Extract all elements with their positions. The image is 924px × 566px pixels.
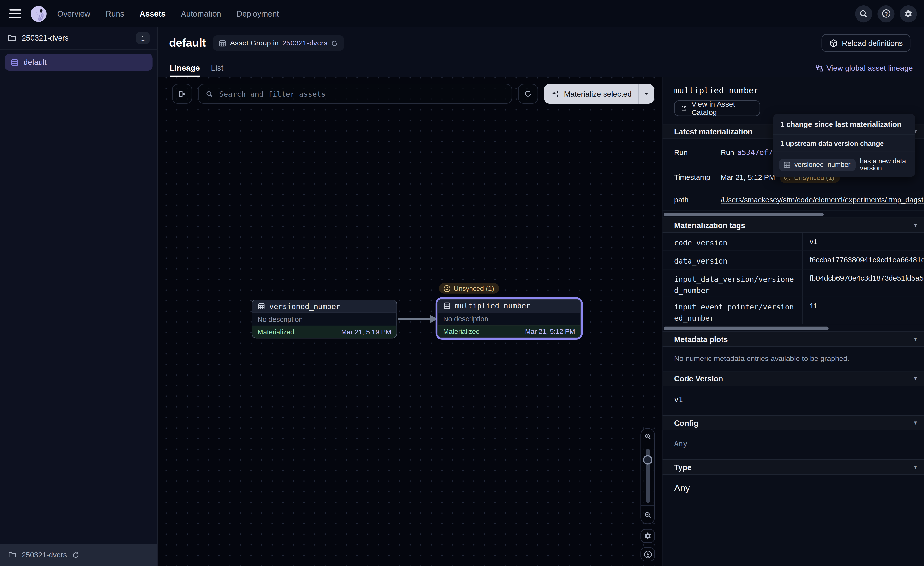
asset-node-description: No description [438,312,580,325]
table-icon [443,302,451,310]
sidebar-item-label: default [24,58,46,66]
tag-value: f6ccba1776380941e9cd1ea66481d [802,251,924,269]
sidebar-group-name: 250321-dvers [22,33,69,42]
nav-item-assets[interactable]: Assets [140,9,166,18]
primary-nav: Overview Runs Assets Automation Deployme… [57,9,279,18]
asset-group-icon [219,39,226,47]
download-graph-button[interactable] [640,547,654,561]
changes-popover: 1 change since last materialization 1 up… [773,114,915,177]
unsynced-badge[interactable]: Unsynced (1) [439,283,500,294]
chevron-down-icon[interactable]: ▼ [913,376,918,381]
zoom-slider-knob[interactable] [643,455,652,465]
section-materialization-tags: Materialization tags ▼ [662,218,924,233]
chevron-down-icon[interactable]: ▼ [913,420,918,426]
zoom-in-button[interactable] [641,429,654,445]
asset-node-name: multiplied_number [455,301,531,310]
tag-row: input_event_pointer/versioned_number 11 [662,297,924,324]
graph-settings-button[interactable] [640,529,654,543]
section-config: Config ▼ [662,415,924,431]
code-version-value: v1 [674,395,912,404]
run-id-link[interactable]: a5347ef7 [737,148,772,157]
page-header: default Asset Group in 250321-dvers Relo… [158,27,924,59]
zoom-control [640,428,654,524]
view-global-asset-lineage-link[interactable]: View global asset lineage [815,59,913,77]
materialize-dropdown-caret[interactable] [639,90,654,97]
tag-key: input_event_pointer/versioned_number [662,297,802,324]
asset-group-icon [10,58,19,66]
run-prefix: Run [721,148,734,157]
hamburger-menu-icon[interactable] [9,9,21,18]
row-label: Timestamp [662,166,715,188]
tag-row: data_version f6ccba1776380941e9cd1ea6648… [662,251,924,269]
horizontal-scrollbar[interactable] [663,327,829,330]
reload-icon[interactable] [331,39,339,47]
table-icon [258,303,266,310]
sidebar-footer[interactable]: 250321-dvers [0,543,158,566]
nav-item-automation[interactable]: Automation [181,9,221,18]
lineage-edge-arrow [397,312,438,325]
search-button[interactable] [855,5,872,22]
nav-item-runs[interactable]: Runs [106,9,124,18]
lineage-graph-canvas[interactable]: Materialize selected Unsynced (1) [158,77,662,566]
tag-key: code_version [662,233,802,251]
badge-group-link[interactable]: 250321-dvers [282,39,327,47]
tag-key: input_data_version/versioned_number [662,269,802,297]
zoom-out-button[interactable] [641,506,654,524]
asset-search-input[interactable] [218,89,504,99]
nav-actions [855,5,917,22]
chevron-down-icon[interactable]: ▼ [913,336,918,342]
graph-toolbar: Materialize selected [172,84,654,104]
settings-button[interactable] [900,5,917,22]
help-button[interactable] [878,5,894,22]
materialize-label: Materialize selected [564,89,632,98]
tab-lineage[interactable]: Lineage [170,59,200,77]
section-metadata-plots: Metadata plots ▼ [662,331,924,347]
horizontal-scrollbar[interactable] [663,213,824,217]
timestamp-value: Mar 21, 5:12 PM [721,173,775,182]
expand-panel-button[interactable] [172,84,192,104]
zoom-slider[interactable] [641,444,654,506]
folder-icon [8,551,16,559]
external-link-icon [681,104,687,112]
dagster-logo[interactable] [29,5,48,23]
tag-value: fb04dcb6970e4c3d1873de51fd5a5 [802,269,924,297]
popover-subtitle: 1 upstream data version change [773,135,915,152]
asset-node-status: Materialized [258,328,294,336]
nav-item-overview[interactable]: Overview [57,9,90,18]
asset-node-versioned-number[interactable]: versioned_number No description Material… [252,300,397,339]
asset-group-badge: Asset Group in 250321-dvers [213,35,345,51]
sidebar-item-default[interactable]: default [4,54,153,71]
asset-node-timestamp: Mar 21, 5:12 PM [525,328,575,335]
popover-change-text: has a new data version [860,157,909,172]
tag-value: 11 [802,297,924,324]
asset-groups-sidebar: 250321-dvers 1 default 250321-dvers [0,27,158,566]
asset-node-multiplied-number[interactable]: multiplied_number No description Materia… [437,299,581,338]
top-nav: Overview Runs Assets Automation Deployme… [0,0,924,27]
chevron-down-icon[interactable]: ▼ [913,222,918,228]
global-lineage-label: View global asset lineage [826,63,913,72]
latest-path-row: path /Users/smackesey/stm/code/elementl/… [662,189,924,210]
nav-item-deployment[interactable]: Deployment [237,9,279,18]
lineage-icon [815,64,823,72]
page-title: default [169,36,206,49]
refresh-graph-button[interactable] [518,84,538,104]
sparkles-icon [551,89,560,98]
tab-list[interactable]: List [211,59,224,77]
asset-chip-versioned-number[interactable]: versioned_number [779,158,856,171]
sidebar-footer-label: 250321-dvers [22,551,67,559]
chevron-down-icon[interactable]: ▼ [913,464,918,470]
config-value: Any [674,439,912,448]
asset-node-status: Materialized [443,328,480,335]
search-icon [206,90,213,98]
asset-node-timestamp: Mar 21, 5:19 PM [341,328,391,336]
reload-icon[interactable] [72,551,80,559]
sidebar-group-row[interactable]: 250321-dvers 1 [0,27,158,50]
folder-icon [8,33,16,42]
materialize-selected-button[interactable]: Materialize selected [544,84,654,104]
asset-node-description: No description [252,313,397,325]
reload-definitions-button[interactable]: Reload definitions [821,34,910,52]
sidebar-group-count-badge: 1 [136,32,150,44]
view-in-asset-catalog-button[interactable]: View in Asset Catalog [674,100,760,116]
type-value: Any [674,483,912,494]
path-link[interactable]: /Users/smackesey/stm/code/elementl/exper… [721,196,924,204]
